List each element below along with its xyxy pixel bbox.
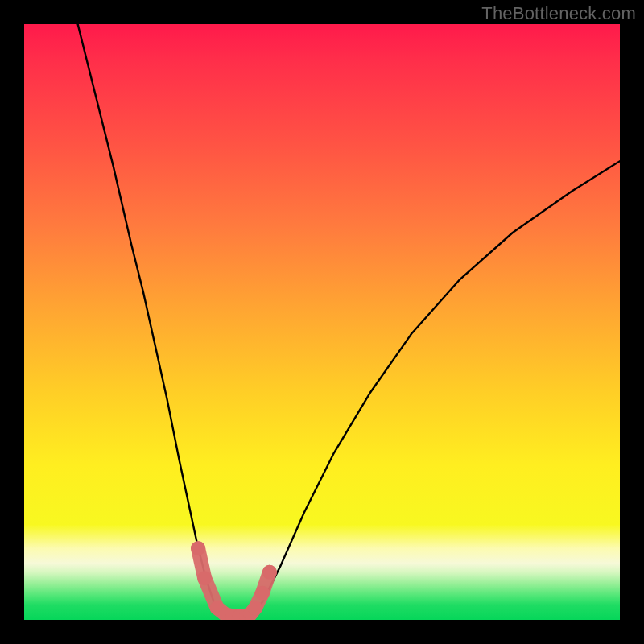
marker-point: [255, 586, 270, 601]
plot-area: [24, 24, 620, 620]
marker-point: [197, 571, 212, 585]
data-markers: [191, 541, 277, 620]
marker-point: [262, 565, 277, 580]
marker-point: [248, 601, 262, 615]
chart-svg: [24, 24, 620, 620]
chart-frame: TheBottleneck.com: [0, 0, 644, 644]
marker-point: [191, 541, 205, 555]
watermark-text: TheBottleneck.com: [481, 3, 636, 24]
bottleneck-curve: [78, 24, 620, 617]
curve-lines: [78, 24, 620, 617]
